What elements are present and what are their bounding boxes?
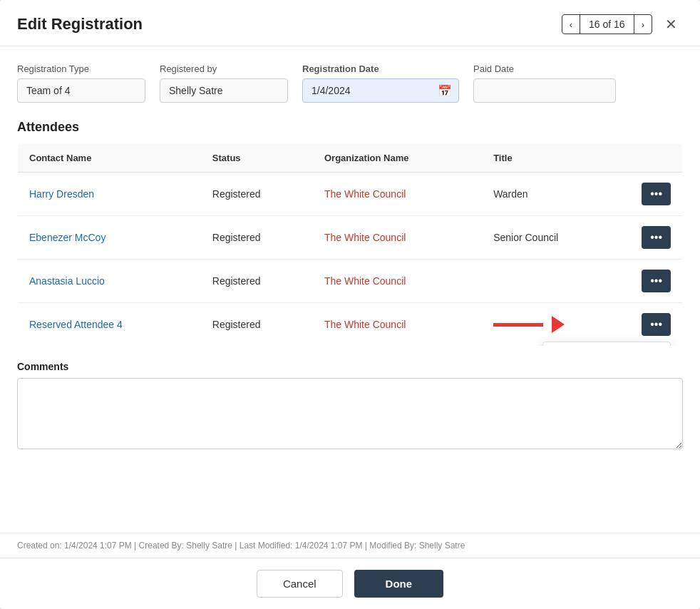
attendee-status-cell: Registered xyxy=(201,173,313,216)
attendee-name-link[interactable]: Ebenezer McCoy xyxy=(29,232,105,243)
table-row: Reserved Attendee 4RegisteredThe White C… xyxy=(18,303,683,347)
table-row: Harry DresdenRegisteredThe White Council… xyxy=(18,173,683,216)
more-options-button[interactable]: ••• xyxy=(642,183,671,205)
col-header-title: Title xyxy=(482,144,630,173)
reg-by-input[interactable] xyxy=(160,78,288,103)
table-row: Ebenezer McCoyRegisteredThe White Counci… xyxy=(18,216,683,260)
attendee-title-cell xyxy=(482,303,630,347)
attendee-title-cell: Senior Council xyxy=(482,216,630,260)
attendee-name-cell: Ebenezer McCoy xyxy=(18,216,201,260)
footer-meta: Created on: 1/4/2024 1:07 PM | Created B… xyxy=(0,533,700,558)
comments-textarea[interactable] xyxy=(17,378,683,449)
attendee-name-cell: Anastasia Luccio xyxy=(18,260,201,303)
attendee-actions-cell: •••⊘Cancel Registration✎Modify Registrat… xyxy=(630,303,682,347)
col-header-org: Organization Name xyxy=(313,144,482,173)
done-button[interactable]: Done xyxy=(354,570,444,598)
modal-body: Registration Type Registered by Registra… xyxy=(0,46,700,533)
attendee-status-cell: Registered xyxy=(201,303,313,347)
reg-type-label: Registration Type xyxy=(17,63,145,74)
attendee-name-cell: Reserved Attendee 4 xyxy=(18,303,201,347)
attendee-status-cell: Registered xyxy=(201,216,313,260)
col-header-status: Status xyxy=(201,144,313,173)
more-options-button[interactable]: ••• xyxy=(642,313,671,336)
attendee-name-link[interactable]: Anastasia Luccio xyxy=(29,275,105,287)
reg-by-label: Registered by xyxy=(160,63,288,74)
attendees-section: Attendees Contact Name Status Organizati… xyxy=(17,120,683,347)
paid-date-input[interactable] xyxy=(473,78,616,103)
attendee-org-cell: The White Council xyxy=(313,173,482,216)
attendee-name-cell: Harry Dresden xyxy=(18,173,201,216)
comments-section: Comments xyxy=(17,361,683,451)
attendee-name-link[interactable]: Reserved Attendee 4 xyxy=(29,319,123,330)
attendee-org-cell: The White Council xyxy=(313,303,482,347)
attendee-title-cell: Warden xyxy=(482,173,630,216)
attendee-title-cell xyxy=(482,260,630,303)
reg-date-input-wrap: 📅 xyxy=(302,78,459,103)
modal-footer: Cancel Done xyxy=(0,558,700,609)
reg-type-field: Registration Type xyxy=(17,63,145,103)
table-row: Anastasia LuccioRegisteredThe White Coun… xyxy=(18,260,683,303)
more-options-button[interactable]: ••• xyxy=(642,270,671,292)
close-button[interactable]: ✕ xyxy=(659,13,683,36)
reg-date-input[interactable] xyxy=(302,78,459,103)
pagination-prev-button[interactable]: ‹ xyxy=(562,16,580,34)
modal-header: Edit Registration ‹ 16 of 16 › ✕ xyxy=(0,0,700,46)
more-options-button[interactable]: ••• xyxy=(642,226,671,249)
reg-type-input[interactable] xyxy=(17,78,145,103)
attendee-org-cell: The White Council xyxy=(313,216,482,260)
cancel-registration-item[interactable]: ⊘Cancel Registration xyxy=(543,342,670,347)
pagination-control: ‹ 16 of 16 › xyxy=(562,14,652,34)
attendee-actions-cell: ••• xyxy=(630,260,682,303)
dropdown-menu: ⊘Cancel Registration✎Modify Registration xyxy=(542,342,671,347)
paid-date-label: Paid Date xyxy=(473,63,616,74)
dropdown-wrapper: ••• xyxy=(642,183,671,205)
cancel-button[interactable]: Cancel xyxy=(257,570,343,598)
attendees-title: Attendees xyxy=(17,120,683,135)
attendee-org-cell: The White Council xyxy=(313,260,482,303)
modal-title: Edit Registration xyxy=(17,15,143,34)
col-header-name: Contact Name xyxy=(18,144,201,173)
attendee-actions-cell: ••• xyxy=(630,173,682,216)
dropdown-wrapper: ••• xyxy=(642,270,671,292)
edit-registration-modal: Edit Registration ‹ 16 of 16 › ✕ Registr… xyxy=(0,0,700,609)
dropdown-wrapper: •••⊘Cancel Registration✎Modify Registrat… xyxy=(642,313,671,336)
attendee-actions-cell: ••• xyxy=(630,216,682,260)
paid-date-field: Paid Date xyxy=(473,63,616,103)
attendees-table: Contact Name Status Organization Name Ti… xyxy=(17,143,683,347)
attendee-name-link[interactable]: Harry Dresden xyxy=(29,188,94,200)
col-header-actions xyxy=(630,144,682,173)
pagination-next-button[interactable]: › xyxy=(634,16,652,34)
dropdown-wrapper: ••• xyxy=(642,226,671,249)
header-right: ‹ 16 of 16 › ✕ xyxy=(562,13,683,36)
reg-date-field: Registration Date 📅 xyxy=(302,63,459,103)
reg-date-label: Registration Date xyxy=(302,63,459,74)
reg-by-field: Registered by xyxy=(160,63,288,103)
form-row: Registration Type Registered by Registra… xyxy=(17,63,683,103)
attendee-status-cell: Registered xyxy=(201,260,313,303)
comments-label: Comments xyxy=(17,361,683,372)
pagination-text: 16 of 16 xyxy=(580,15,634,34)
table-header-row: Contact Name Status Organization Name Ti… xyxy=(18,144,683,173)
